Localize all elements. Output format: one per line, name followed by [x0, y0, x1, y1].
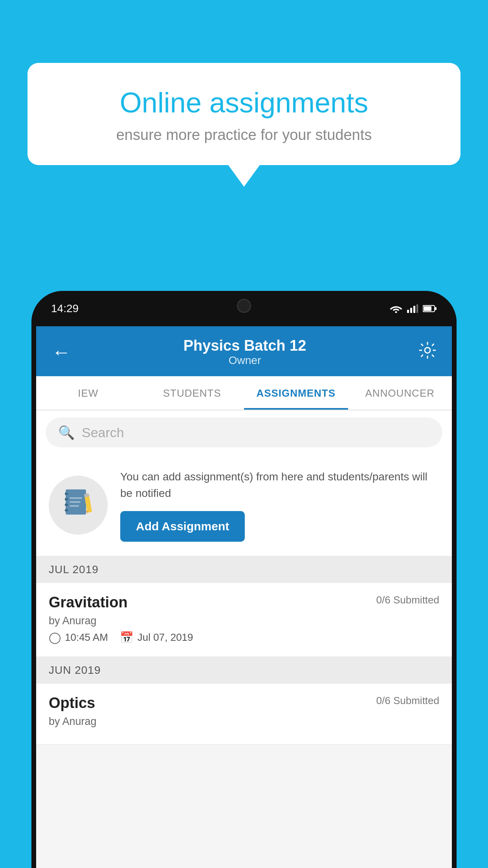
back-button[interactable]: ←: [52, 341, 71, 363]
batch-title: Physics Batch 12: [183, 337, 306, 354]
assignment-item-gravitation[interactable]: Gravitation 0/6 Submitted by Anurag ◯ 10…: [36, 583, 452, 657]
speech-bubble-arrow: [228, 165, 260, 187]
assignment-top-row: Gravitation 0/6 Submitted: [49, 594, 439, 611]
svg-rect-12: [65, 504, 68, 506]
assignment-submitted: 0/6 Submitted: [376, 594, 439, 606]
speech-bubble-subtitle: ensure more practice for your students: [55, 127, 433, 143]
svg-point-8: [425, 348, 430, 353]
assignment-date: 📅 Jul 07, 2019: [120, 631, 193, 644]
assignment-by: by Anurag: [49, 615, 439, 627]
assignment-name: Gravitation: [49, 594, 128, 611]
calendar-icon: 📅: [120, 631, 134, 644]
status-icons: [390, 304, 437, 313]
tab-announcements[interactable]: ANNOUNCER: [348, 376, 452, 410]
assignment-name-optics: Optics: [49, 695, 95, 712]
search-icon: 🔍: [58, 425, 75, 440]
month-header-jun: JUN 2019: [36, 657, 452, 684]
speech-bubble-container: Online assignments ensure more practice …: [28, 63, 460, 187]
svg-rect-16: [70, 505, 79, 507]
promo-description: You can add assignment(s) from here and …: [120, 469, 439, 502]
speech-bubble: Online assignments ensure more practice …: [28, 63, 460, 165]
clock-icon: ◯: [49, 631, 61, 644]
speech-bubble-title: Online assignments: [55, 86, 433, 119]
signal-icon: [407, 304, 418, 313]
svg-rect-2: [410, 308, 412, 313]
search-placeholder-text: Search: [82, 425, 124, 440]
svg-rect-7: [435, 307, 437, 310]
svg-rect-14: [70, 497, 82, 499]
app-header: ← Physics Batch 12 Owner: [36, 326, 452, 376]
assignment-top-row-optics: Optics 0/6 Submitted: [49, 695, 439, 712]
assignment-meta: ◯ 10:45 AM 📅 Jul 07, 2019: [49, 631, 439, 644]
notebook-icon: [62, 486, 94, 524]
camera-notch: [237, 299, 251, 313]
svg-rect-1: [407, 310, 409, 313]
svg-rect-6: [424, 306, 431, 311]
battery-icon: [423, 305, 437, 313]
search-bar-wrapper: 🔍 Search: [36, 410, 452, 454]
status-bar: 14:29: [31, 291, 457, 326]
svg-rect-15: [70, 501, 81, 503]
batch-subtitle: Owner: [183, 354, 306, 367]
promo-icon-circle: [49, 476, 108, 535]
month-header-jul: JUL 2019: [36, 556, 452, 583]
tabs-bar: IEW STUDENTS ASSIGNMENTS ANNOUNCER: [36, 376, 452, 410]
promo-text-area: You can add assignment(s) from here and …: [120, 469, 439, 542]
assignment-time: ◯ 10:45 AM: [49, 631, 108, 644]
status-time: 14:29: [51, 302, 79, 315]
svg-rect-3: [413, 306, 415, 313]
wifi-icon: [390, 304, 402, 313]
promo-section: You can add assignment(s) from here and …: [36, 454, 452, 556]
tab-assignments[interactable]: ASSIGNMENTS: [244, 376, 348, 410]
svg-rect-10: [65, 493, 68, 495]
assignment-submitted-optics: 0/6 Submitted: [376, 695, 439, 707]
add-assignment-button[interactable]: Add Assignment: [120, 511, 245, 542]
svg-rect-11: [65, 498, 68, 500]
assignment-by-optics: by Anurag: [49, 715, 439, 728]
assignment-item-optics[interactable]: Optics 0/6 Submitted by Anurag: [36, 684, 452, 745]
phone-screen: ← Physics Batch 12 Owner IEW STUDENTS AS…: [36, 326, 452, 868]
svg-point-0: [395, 311, 397, 313]
tab-students[interactable]: STUDENTS: [140, 376, 244, 410]
settings-button[interactable]: [419, 342, 436, 363]
search-bar[interactable]: 🔍 Search: [46, 417, 442, 447]
phone-mockup: 14:29: [31, 291, 457, 868]
tab-overview[interactable]: IEW: [36, 376, 140, 410]
svg-rect-4: [416, 304, 418, 313]
svg-rect-13: [65, 509, 68, 511]
header-center: Physics Batch 12 Owner: [183, 337, 306, 367]
